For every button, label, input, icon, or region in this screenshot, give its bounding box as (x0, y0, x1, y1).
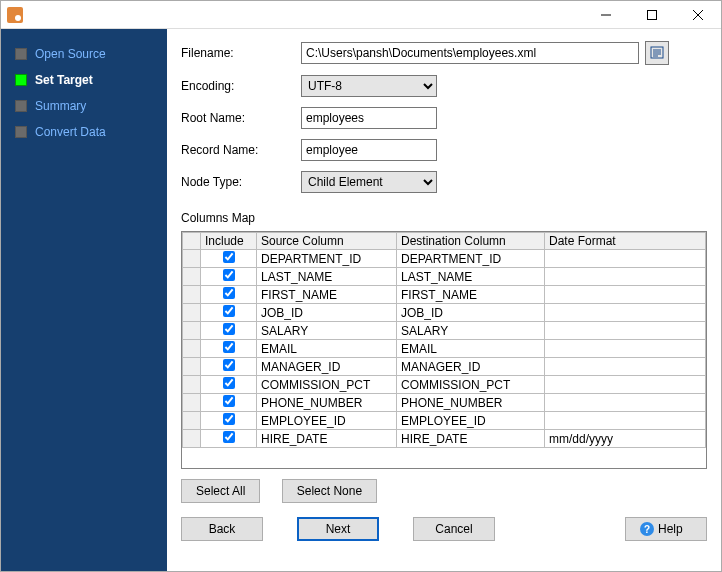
destination-column-cell[interactable]: PHONE_NUMBER (397, 394, 545, 412)
include-checkbox[interactable] (223, 413, 235, 425)
source-column-cell[interactable]: EMPLOYEE_ID (257, 412, 397, 430)
filename-input[interactable] (301, 42, 639, 64)
table-row[interactable]: MANAGER_IDMANAGER_ID (183, 358, 706, 376)
source-column-cell[interactable]: COMMISSION_PCT (257, 376, 397, 394)
include-checkbox[interactable] (223, 269, 235, 281)
include-cell (201, 376, 257, 394)
sidebar-item-label: Convert Data (35, 125, 106, 139)
table-row[interactable]: EMPLOYEE_IDEMPLOYEE_ID (183, 412, 706, 430)
source-column-cell[interactable]: SALARY (257, 322, 397, 340)
back-button[interactable]: Back (181, 517, 263, 541)
include-checkbox[interactable] (223, 431, 235, 443)
row-header[interactable] (183, 376, 201, 394)
maximize-button[interactable] (629, 1, 675, 29)
table-row[interactable]: SALARYSALARY (183, 322, 706, 340)
row-header[interactable] (183, 394, 201, 412)
table-row[interactable]: HIRE_DATEHIRE_DATEmm/dd/yyyy (183, 430, 706, 448)
date-format-cell[interactable] (545, 358, 706, 376)
include-checkbox[interactable] (223, 323, 235, 335)
root-name-input[interactable] (301, 107, 437, 129)
header-dest[interactable]: Destination Column (397, 233, 545, 250)
include-checkbox[interactable] (223, 341, 235, 353)
date-format-cell[interactable] (545, 394, 706, 412)
sidebar-item-open-source[interactable]: Open Source (1, 41, 167, 67)
row-header[interactable] (183, 430, 201, 448)
table-row[interactable]: PHONE_NUMBERPHONE_NUMBER (183, 394, 706, 412)
svg-rect-1 (648, 10, 657, 19)
include-checkbox[interactable] (223, 395, 235, 407)
row-header[interactable] (183, 286, 201, 304)
destination-column-cell[interactable]: MANAGER_ID (397, 358, 545, 376)
header-source[interactable]: Source Column (257, 233, 397, 250)
help-button[interactable]: ? Help (625, 517, 707, 541)
date-format-cell[interactable]: mm/dd/yyyy (545, 430, 706, 448)
row-header[interactable] (183, 322, 201, 340)
header-date[interactable]: Date Format (545, 233, 706, 250)
sidebar-item-convert-data[interactable]: Convert Data (1, 119, 167, 145)
columns-map-grid[interactable]: Include Source Column Destination Column… (181, 231, 707, 469)
destination-column-cell[interactable]: EMAIL (397, 340, 545, 358)
date-format-cell[interactable] (545, 268, 706, 286)
close-button[interactable] (675, 1, 721, 29)
include-checkbox[interactable] (223, 287, 235, 299)
source-column-cell[interactable]: HIRE_DATE (257, 430, 397, 448)
row-encoding: Encoding: UTF-8 (181, 75, 707, 97)
row-header[interactable] (183, 358, 201, 376)
browse-file-button[interactable] (645, 41, 669, 65)
record-name-input[interactable] (301, 139, 437, 161)
date-format-cell[interactable] (545, 286, 706, 304)
row-header[interactable] (183, 268, 201, 286)
include-checkbox[interactable] (223, 359, 235, 371)
source-column-cell[interactable]: JOB_ID (257, 304, 397, 322)
destination-column-cell[interactable]: SALARY (397, 322, 545, 340)
include-checkbox[interactable] (223, 377, 235, 389)
row-header[interactable] (183, 304, 201, 322)
select-buttons-row: Select All Select None (181, 479, 707, 503)
cancel-button[interactable]: Cancel (413, 517, 495, 541)
include-checkbox[interactable] (223, 251, 235, 263)
select-all-button[interactable]: Select All (181, 479, 260, 503)
destination-column-cell[interactable]: FIRST_NAME (397, 286, 545, 304)
source-column-cell[interactable]: MANAGER_ID (257, 358, 397, 376)
destination-column-cell[interactable]: HIRE_DATE (397, 430, 545, 448)
source-column-cell[interactable]: DEPARTMENT_ID (257, 250, 397, 268)
table-row[interactable]: COMMISSION_PCTCOMMISSION_PCT (183, 376, 706, 394)
form-rows: Filename: Encoding: UTF-8 Root Name: (181, 41, 707, 203)
date-format-cell[interactable] (545, 376, 706, 394)
next-button[interactable]: Next (297, 517, 379, 541)
row-header[interactable] (183, 250, 201, 268)
row-header[interactable] (183, 340, 201, 358)
destination-column-cell[interactable]: DEPARTMENT_ID (397, 250, 545, 268)
sidebar-item-set-target[interactable]: Set Target (1, 67, 167, 93)
source-column-cell[interactable]: PHONE_NUMBER (257, 394, 397, 412)
source-column-cell[interactable]: EMAIL (257, 340, 397, 358)
sidebar-item-summary[interactable]: Summary (1, 93, 167, 119)
main-panel: Filename: Encoding: UTF-8 Root Name: (167, 29, 721, 571)
table-row[interactable]: EMAILEMAIL (183, 340, 706, 358)
destination-column-cell[interactable]: EMPLOYEE_ID (397, 412, 545, 430)
date-format-cell[interactable] (545, 250, 706, 268)
body-area: Open SourceSet TargetSummaryConvert Data… (1, 29, 721, 571)
destination-column-cell[interactable]: COMMISSION_PCT (397, 376, 545, 394)
minimize-button[interactable] (583, 1, 629, 29)
source-column-cell[interactable]: FIRST_NAME (257, 286, 397, 304)
header-include[interactable]: Include (201, 233, 257, 250)
table-row[interactable]: FIRST_NAMEFIRST_NAME (183, 286, 706, 304)
date-format-cell[interactable] (545, 340, 706, 358)
row-header[interactable] (183, 412, 201, 430)
include-checkbox[interactable] (223, 305, 235, 317)
source-column-cell[interactable]: LAST_NAME (257, 268, 397, 286)
encoding-select[interactable]: UTF-8 (301, 75, 437, 97)
date-format-cell[interactable] (545, 412, 706, 430)
table-row[interactable]: LAST_NAMELAST_NAME (183, 268, 706, 286)
table-row[interactable]: DEPARTMENT_IDDEPARTMENT_ID (183, 250, 706, 268)
destination-column-cell[interactable]: LAST_NAME (397, 268, 545, 286)
destination-column-cell[interactable]: JOB_ID (397, 304, 545, 322)
date-format-cell[interactable] (545, 304, 706, 322)
sidebar-item-label: Set Target (35, 73, 93, 87)
nodetype-select[interactable]: Child Element (301, 171, 437, 193)
select-none-button[interactable]: Select None (282, 479, 377, 503)
table-row[interactable]: JOB_IDJOB_ID (183, 304, 706, 322)
include-cell (201, 286, 257, 304)
date-format-cell[interactable] (545, 322, 706, 340)
